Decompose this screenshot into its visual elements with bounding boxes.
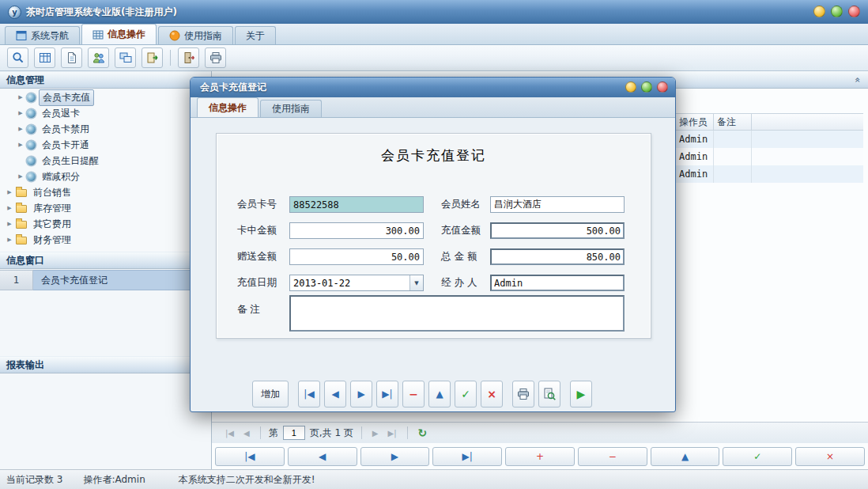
maximize-button[interactable]	[831, 6, 843, 17]
tab-user-guide[interactable]: 使用指南	[158, 26, 233, 44]
exit-button[interactable]	[178, 47, 199, 68]
dialog-delete-button[interactable]: −	[402, 381, 425, 408]
export-button[interactable]	[142, 47, 163, 68]
record-first-button[interactable]: |◀	[215, 447, 285, 466]
recharge-amount-input[interactable]	[490, 222, 625, 239]
dialog-print-button[interactable]	[512, 381, 534, 408]
tree-item-card-disable[interactable]: ▶ 会员卡禁用	[0, 121, 211, 137]
expand-icon[interactable]: ▶	[6, 189, 13, 195]
operator-label: 操作者:Admin	[83, 473, 145, 487]
minimize-button[interactable]	[813, 6, 825, 17]
card-no-label: 会员卡号	[237, 198, 289, 211]
print-button[interactable]	[205, 47, 226, 68]
close-button[interactable]	[848, 6, 860, 17]
columns-button[interactable]	[34, 47, 55, 68]
recharge-date-input[interactable]	[290, 275, 409, 290]
tab-info-operation[interactable]: 信息操作	[81, 24, 157, 44]
tree-item-label: 前台销售	[30, 185, 74, 200]
last-page-button[interactable]: ▶|	[386, 427, 399, 439]
search-button[interactable]	[7, 47, 28, 68]
total-amount-label: 总 金 额	[441, 250, 490, 263]
form-title: 会员卡充值登记	[217, 146, 651, 165]
record-save-button[interactable]: ✓	[723, 447, 792, 466]
dialog-cancel-button[interactable]: ×	[481, 381, 503, 408]
tree-item-other-fees[interactable]: ▶ 其它费用	[0, 216, 211, 232]
monitors-button[interactable]	[115, 47, 136, 68]
recharge-amount-label: 充值金额	[441, 224, 490, 237]
dialog-first-button[interactable]: |◀	[298, 381, 320, 408]
info-window-header: 信息窗口	[0, 252, 211, 269]
info-window-row[interactable]: 1 会员卡充值登记	[0, 270, 211, 290]
operator-input[interactable]	[490, 275, 625, 291]
member-name-input[interactable]	[490, 196, 625, 213]
page-number-input[interactable]	[283, 426, 305, 440]
next-page-button[interactable]: ▶	[370, 427, 381, 439]
record-last-button[interactable]: ▶|	[432, 447, 502, 466]
dialog-minimize-button[interactable]	[625, 82, 636, 93]
dialog-tabstrip: 信息操作 使用指南	[191, 97, 675, 118]
users-button[interactable]	[88, 47, 109, 68]
dialog-last-button[interactable]: ▶|	[376, 381, 398, 408]
tree-item-inventory[interactable]: ▶ 库存管理	[0, 200, 211, 216]
grid-col-remark[interactable]: 备注	[714, 114, 752, 130]
recharge-form: 会员卡充值登记 会员卡号 会员姓名 卡中金额 充值金额 赠送金额 总 金 额	[216, 133, 651, 339]
record-add-button[interactable]: +	[505, 447, 575, 466]
add-button[interactable]: 增加	[252, 381, 289, 408]
record-prev-button[interactable]: ◀	[288, 447, 357, 466]
first-page-button[interactable]: |◀	[223, 427, 236, 439]
tree-item-front-sales[interactable]: ▶ 前台销售	[0, 184, 211, 200]
dialog-save-button[interactable]: ✓	[455, 381, 477, 408]
remark-textarea[interactable]	[289, 295, 625, 332]
record-edit-button[interactable]: ▲	[651, 447, 720, 466]
tab-label: 信息操作	[108, 28, 145, 41]
window-title: 茶时店管理系统专业版(非注册用户)	[26, 6, 177, 19]
tree-item-card-recharge[interactable]: ▶ 会员卡充值	[0, 89, 211, 105]
prev-page-button[interactable]: ◀	[241, 427, 252, 439]
tree-item-finance[interactable]: ▶ 财务管理	[0, 232, 211, 248]
dialog-edit-button[interactable]: ▲	[428, 381, 451, 408]
dialog-preview-button[interactable]	[538, 381, 560, 408]
grid-cell-operator: Admin	[676, 148, 714, 165]
dialog-next-button[interactable]: ▶	[350, 381, 372, 408]
total-amount-input[interactable]	[490, 248, 625, 265]
tab-system-navigation[interactable]: 系统导航	[5, 26, 80, 44]
dialog-tab-user-guide[interactable]: 使用指南	[260, 100, 322, 117]
new-document-button[interactable]	[61, 47, 82, 68]
grid-col-operator[interactable]: 操作员	[676, 114, 714, 130]
dialog-tab-info-operation[interactable]: 信息操作	[197, 97, 259, 117]
tree-item-label: 其它费用	[30, 217, 74, 232]
expand-icon[interactable]: ▶	[17, 110, 24, 116]
record-next-button[interactable]: ▶	[360, 447, 430, 466]
separator	[361, 426, 362, 439]
gift-amount-input[interactable]	[289, 248, 424, 265]
expand-icon[interactable]: ▶	[17, 94, 24, 100]
dialog-close-button[interactable]	[657, 82, 668, 93]
print-preview-icon	[543, 388, 556, 400]
dialog-run-button[interactable]: ▶	[570, 381, 592, 408]
document-icon	[66, 51, 78, 64]
folder-icon	[16, 205, 27, 213]
collapse-up-icon[interactable]: «	[851, 77, 862, 82]
refresh-button[interactable]: ↻	[416, 425, 430, 441]
expand-icon[interactable]: ▶	[6, 221, 13, 227]
tree-item-points-adjust[interactable]: ▶ 赠减积分	[0, 169, 211, 184]
tree-item-birthday-reminder[interactable]: ▶ 会员生日提醒	[0, 153, 211, 169]
expand-icon[interactable]: ▶	[6, 237, 13, 243]
calendar-dropdown-icon[interactable]: ▼	[409, 275, 423, 290]
dialog-prev-button[interactable]: ◀	[324, 381, 346, 408]
tab-about[interactable]: 关于	[235, 26, 276, 44]
record-cancel-button[interactable]: ×	[795, 447, 865, 466]
expand-icon[interactable]: ▶	[17, 173, 24, 180]
tree-item-card-open[interactable]: ▶ 会员卡开通	[0, 137, 211, 153]
card-balance-input[interactable]	[289, 222, 424, 239]
expand-icon[interactable]: ▶	[17, 142, 24, 148]
tree-item-card-return[interactable]: ▶ 会员退卡	[0, 105, 211, 121]
dialog-maximize-button[interactable]	[641, 82, 652, 93]
expand-icon[interactable]: ▶	[6, 205, 13, 211]
card-no-input[interactable]	[289, 196, 424, 213]
grid-cell-remark	[714, 131, 752, 148]
record-delete-button[interactable]: −	[578, 447, 647, 466]
monitors-icon	[119, 51, 132, 64]
expand-icon[interactable]: ▶	[17, 126, 24, 132]
recharge-dialog: 会员卡充值登记 信息操作 使用指南 会员卡充值登记 会员卡号 会员姓名 卡中金额	[190, 77, 676, 412]
